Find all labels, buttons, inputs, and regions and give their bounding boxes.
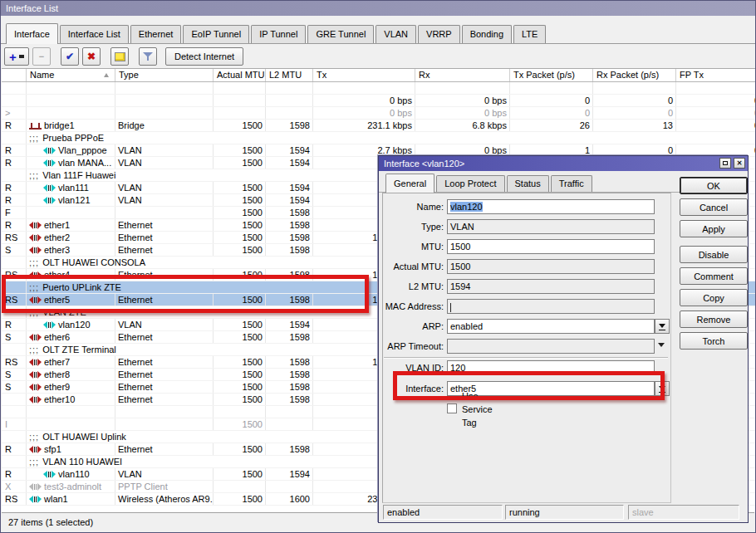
annotation-highlight-interface-field	[393, 371, 665, 400]
actual-mtu-value: 1500	[447, 259, 655, 274]
add-button[interactable]: +	[4, 47, 29, 66]
tab-loop-protect[interactable]: Loop Protect	[436, 175, 504, 192]
tab-vrrp[interactable]: VRRP	[418, 25, 460, 43]
interface-dialog: Interface <vlan120> ✕ General Loop Prote…	[378, 155, 749, 523]
disable-button[interactable]: ✖	[82, 47, 101, 66]
row-blank[interactable]: 0 bps 0 bps 0 0 0	[2, 95, 755, 107]
item-count: 27 items (1 selected)	[8, 517, 93, 527]
tab-status[interactable]: Status	[507, 175, 549, 192]
tab-general[interactable]: General	[385, 174, 434, 193]
copy-button[interactable]: Copy	[680, 289, 748, 306]
column-header-rx-packet[interactable]: Rx Packet (p/s)	[593, 69, 676, 81]
main-tabs: InterfaceInterface ListEthernetEoIP Tunn…	[1, 16, 755, 44]
torch-button[interactable]: Torch	[680, 332, 748, 350]
sort-ascending-icon	[104, 73, 109, 77]
arp-timeout-dropdown-icon[interactable]	[658, 343, 665, 347]
tab-bonding[interactable]: Bonding	[462, 25, 512, 43]
column-header-type[interactable]: Type	[115, 69, 214, 81]
pptp-icon	[29, 483, 42, 491]
ethernet-icon	[29, 446, 42, 453]
close-icon[interactable]: ✕	[734, 158, 745, 169]
vlan-icon	[43, 197, 56, 204]
add-dropdown-icon	[19, 55, 24, 58]
cancel-button[interactable]: Cancel	[680, 198, 748, 216]
row-blank[interactable]: > 0 bps 0 bps 0 0 0	[2, 107, 755, 120]
vlan-icon	[43, 159, 56, 167]
toolbar: + − ✔ ✖ Detect Internet	[1, 45, 755, 68]
window-title: Interface List	[6, 3, 58, 13]
text-caret	[450, 303, 451, 312]
mac-address-input[interactable]	[447, 299, 655, 314]
ethernet-icon	[29, 247, 42, 254]
ethernet-icon	[29, 396, 42, 403]
dialog-status-slave: slave	[628, 505, 739, 520]
remove-button[interactable]: Remove	[680, 311, 748, 328]
dialog-title: Interface <vlan120>	[384, 159, 464, 169]
disable-button[interactable]: Disable	[680, 246, 748, 263]
mtu-input[interactable]: 1500	[447, 239, 655, 254]
vlan-icon	[43, 321, 56, 329]
column-header-fp-tx[interactable]: FP Tx	[676, 69, 755, 81]
ok-button[interactable]: OK	[680, 177, 748, 194]
column-header-name[interactable]: Name	[27, 69, 115, 81]
dialog-titlebar[interactable]: Interface <vlan120> ✕	[379, 156, 748, 171]
vlan-icon	[43, 147, 56, 154]
tab-interface[interactable]: Interface	[6, 23, 58, 44]
filter-funnel-icon	[143, 51, 153, 61]
tab-interface-list[interactable]: Interface List	[60, 25, 129, 43]
dialog-status-running: running	[505, 505, 624, 520]
name-input[interactable]: vlan120	[447, 199, 655, 214]
column-header-actual-mtu[interactable]: Actual MTU	[214, 69, 266, 81]
arp-select[interactable]: enabled	[447, 319, 655, 334]
tab-traffic[interactable]: Traffic	[551, 175, 592, 192]
row-bridge1[interactable]: R bridge1 Bridge 1500 1598 231.1 kbps 6.…	[2, 120, 755, 132]
arp-timeout-select[interactable]	[447, 339, 655, 354]
vlan-icon	[43, 471, 56, 478]
tab-ip-tunnel[interactable]: IP Tunnel	[251, 25, 306, 43]
ethernet-icon	[29, 334, 42, 341]
detect-internet-button[interactable]: Detect Internet	[165, 47, 243, 66]
l2-mtu-value: 1594	[447, 279, 655, 294]
comment-note-icon	[115, 52, 125, 61]
type-value: VLAN	[447, 219, 655, 234]
bridge-icon	[29, 122, 42, 130]
wireless-icon	[29, 496, 42, 503]
use-service-tag-checkbox[interactable]	[447, 403, 457, 413]
column-header-tx[interactable]: Tx	[313, 69, 415, 81]
column-header-l2-mtu[interactable]: L2 MTU	[266, 69, 313, 81]
column-header-rx[interactable]: Rx	[415, 69, 510, 81]
dialog-status-enabled: enabled	[383, 505, 503, 520]
ethernet-icon	[29, 234, 42, 242]
tab-eoip-tunnel[interactable]: EoIP Tunnel	[183, 25, 249, 43]
tab-vlan[interactable]: VLAN	[376, 25, 416, 43]
ethernet-icon	[29, 359, 42, 366]
form-separator	[384, 357, 668, 359]
column-header-flags[interactable]	[2, 69, 27, 81]
comment-button[interactable]: Comment	[680, 267, 748, 285]
remove-button[interactable]: −	[32, 47, 51, 66]
ethernet-icon	[29, 222, 42, 229]
filter-button[interactable]	[139, 47, 157, 66]
annotation-highlight-selected-rows	[2, 275, 369, 313]
tab-gre-tunnel[interactable]: GRE Tunnel	[307, 25, 374, 43]
tab-ethernet[interactable]: Ethernet	[130, 25, 182, 43]
comment-button[interactable]	[110, 47, 129, 66]
column-header-tx-packet[interactable]: Tx Packet (p/s)	[510, 69, 593, 81]
ethernet-icon	[29, 371, 42, 379]
window-titlebar[interactable]: Interface List	[1, 1, 755, 16]
arp-dropdown-icon[interactable]	[655, 319, 670, 334]
comment-row-prueba-pppoe[interactable]: ;;;Prueba PPPoE	[2, 132, 755, 144]
tab-lte[interactable]: LTE	[513, 25, 546, 43]
enable-button[interactable]: ✔	[61, 47, 79, 66]
row-blank[interactable]	[2, 82, 755, 95]
table-header: Name Type Actual MTU L2 MTU Tx Rx Tx Pac…	[2, 69, 755, 82]
vlan-icon	[43, 184, 56, 192]
restore-icon[interactable]	[719, 158, 731, 169]
ethernet-icon	[29, 384, 42, 391]
apply-button[interactable]: Apply	[680, 220, 748, 237]
